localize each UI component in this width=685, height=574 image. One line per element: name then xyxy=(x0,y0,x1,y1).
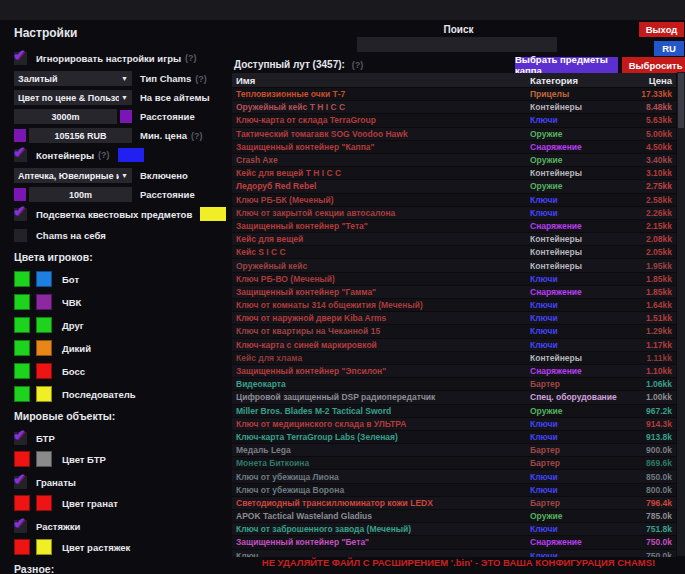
color-swatch-secondary[interactable] xyxy=(36,271,52,287)
table-row[interactable]: Ключ от убежища ВоронаКлючи800.0k xyxy=(232,484,676,497)
table-row[interactable]: ВидеокартаБартер1.06kk xyxy=(232,378,676,391)
tripwires-toggle[interactable]: ✔Растяжки xyxy=(14,518,232,534)
containers-distance-input[interactable]: 100m xyxy=(29,187,132,202)
color-swatch-secondary[interactable] xyxy=(36,386,52,402)
checkbox[interactable]: ✔ xyxy=(14,520,27,533)
scrollbar-thumb[interactable] xyxy=(678,73,684,128)
all-items-mode-select[interactable]: Цвет по цене & Пользователь▼ xyxy=(14,90,132,105)
chams-self-toggle[interactable]: Chams на себя xyxy=(14,227,232,243)
color-swatch-primary[interactable] xyxy=(14,386,30,402)
help-icon[interactable]: (?) xyxy=(195,74,207,84)
color-swatch[interactable] xyxy=(118,148,144,162)
table-row[interactable]: Защищенный контейнер "Бета"Снаряжение750… xyxy=(232,536,676,549)
item-category: Оружие xyxy=(530,181,618,191)
table-row[interactable]: Кейс для вещейКонтейнеры2.08kk xyxy=(232,233,676,246)
color-swatch-primary[interactable] xyxy=(14,539,30,555)
grenades-toggle[interactable]: ✔Гранаты xyxy=(14,474,232,490)
color-swatch-secondary[interactable] xyxy=(36,495,52,511)
table-row[interactable]: Защищенный контейнер "Гамма"Снаряжение1.… xyxy=(232,286,676,299)
select-kappa-items-button[interactable]: Выбрать предметы каппа xyxy=(515,57,618,73)
quest-items-highlight-toggle[interactable]: ✔Подсветка квестовых предметов xyxy=(14,206,232,222)
color-swatch-primary[interactable] xyxy=(14,317,30,333)
table-row[interactable]: Кейс для вещей Т Н I С СКонтейнеры3.10kk xyxy=(232,167,676,180)
table-row[interactable]: Тактический томагавк SOG Voodoo HawkОруж… xyxy=(232,128,676,141)
color-swatch-primary[interactable] xyxy=(14,294,30,310)
table-row[interactable]: Защищенный контейнер "Каппа"Снаряжение4.… xyxy=(232,141,676,154)
table-row[interactable]: Ключ-карта от склада TerraGroupКлючи5.63… xyxy=(232,114,676,127)
table-row[interactable]: Ключ …Ключи750.0k xyxy=(232,550,676,557)
table-row[interactable]: Ключ от квартиры на Чеканной 15Ключи1.29… xyxy=(232,325,676,338)
color-swatch-secondary[interactable] xyxy=(36,294,52,310)
checkbox[interactable] xyxy=(14,229,27,242)
color-swatch[interactable] xyxy=(200,207,226,221)
table-row[interactable]: Ключ от закрытой секции автосалонаКлючи2… xyxy=(232,207,676,220)
table-row[interactable]: Ключ-карта с синей маркировкойКлючи1.17k… xyxy=(232,339,676,352)
table-row[interactable]: Тепловизионные очки Т-7Прицелы17.33kk xyxy=(232,88,676,101)
table-row[interactable]: Ключ от заброшенного завода (Меченый)Клю… xyxy=(232,523,676,536)
language-button[interactable]: RU xyxy=(654,41,684,56)
checkbox[interactable]: ✔ xyxy=(14,432,27,445)
color-swatch-primary[interactable] xyxy=(14,451,30,467)
color-swatch-secondary[interactable] xyxy=(36,539,52,555)
column-header-category[interactable]: Категория xyxy=(530,75,618,86)
color-swatch[interactable] xyxy=(14,129,26,142)
color-swatch-primary[interactable] xyxy=(14,495,30,511)
table-row[interactable]: Ключ РБ-ВО (Меченый)Ключи1.85kk xyxy=(232,273,676,286)
table-row[interactable]: Кейс для хламаКонтейнеры1.11kk xyxy=(232,352,676,365)
color-swatch-primary[interactable] xyxy=(14,271,30,287)
search-input[interactable] xyxy=(357,37,557,52)
color-swatch-secondary[interactable] xyxy=(36,451,52,467)
distance-input[interactable]: 3000m xyxy=(14,109,117,124)
table-row[interactable]: Crash AxeОружие3.40kk xyxy=(232,154,676,167)
item-category: Ключи xyxy=(530,300,618,310)
color-swatch[interactable] xyxy=(14,188,26,201)
checkbox[interactable]: ✔ xyxy=(14,52,27,65)
containers-toggle[interactable]: ✔Контейнеры(?) xyxy=(14,147,232,163)
column-header-name[interactable]: Имя xyxy=(232,75,530,86)
ignore-game-settings[interactable]: ✔Игнорировать настройки игры(?) xyxy=(14,50,232,66)
chams-type-select[interactable]: Залитый▼ xyxy=(14,71,132,86)
checkbox[interactable]: ✔ xyxy=(14,476,27,489)
checkbox[interactable]: ✔ xyxy=(14,208,27,221)
table-row[interactable]: APOK Tactical Wasteland GladiusОружие785… xyxy=(232,510,676,523)
help-icon[interactable]: (?) xyxy=(185,53,197,63)
color-swatch-secondary[interactable] xyxy=(36,340,52,356)
table-scrollbar[interactable] xyxy=(677,72,685,556)
control-label: На все айтемы xyxy=(140,92,210,103)
item-category: Ключи xyxy=(530,313,618,323)
help-icon[interactable]: (?) xyxy=(191,131,203,141)
table-row[interactable]: Ключ от медицинского склада в УЛЬТРАКлюч… xyxy=(232,418,676,431)
table-row[interactable]: Кейс S I C CКонтейнеры2.05kk xyxy=(232,246,676,259)
color-swatch-primary[interactable] xyxy=(14,363,30,379)
table-row[interactable]: Цифровой защищенный DSP радиопередатчикС… xyxy=(232,391,676,404)
color-swatch[interactable] xyxy=(120,110,132,123)
table-row[interactable]: Медаль LegaБартер900.0k xyxy=(232,444,676,457)
color-swatch-secondary[interactable] xyxy=(36,317,52,333)
color-swatch-primary[interactable] xyxy=(14,340,30,356)
table-row[interactable]: Светодиодный трансиллюминатор кожи LEDXБ… xyxy=(232,497,676,510)
item-category: Контейнеры xyxy=(530,353,618,363)
checkbox[interactable]: ✔ xyxy=(14,149,27,162)
table-row[interactable]: Ледоруб Red RebelОружие2.75kk xyxy=(232,180,676,193)
table-row[interactable]: Оружейный кейсКонтейнеры1.95kk xyxy=(232,259,676,272)
color-swatch-secondary[interactable] xyxy=(36,363,52,379)
table-row[interactable]: Оружейный кейс Т Н I С СКонтейнеры8.48kk xyxy=(232,101,676,114)
item-category: Снаряжение xyxy=(530,221,618,231)
checkbox-label: Подсветка квестовых предметов xyxy=(36,209,192,220)
column-header-price[interactable]: Цена xyxy=(618,75,676,86)
table-row[interactable]: Ключ от убежища ЛионаКлючи850.0k xyxy=(232,470,676,483)
table-row[interactable]: Защищенный контейнер "Эпсилон"Снаряжение… xyxy=(232,365,676,378)
table-row[interactable]: Ключ от наружной двери Kiba ArmsКлючи1.5… xyxy=(232,312,676,325)
table-row[interactable]: Ключ РБ-БК (Меченый)Ключи2.58kk xyxy=(232,194,676,207)
drop-all-button[interactable]: Выбросить все xyxy=(622,57,685,73)
table-row[interactable]: Ключ-карта TerraGroup Labs (Зеленая)Ключ… xyxy=(232,431,676,444)
included-categories-select[interactable]: Аптечка, Ювелирные и...▼ xyxy=(14,168,132,183)
table-row[interactable]: Монета БиткоинаБартер869.6k xyxy=(232,457,676,470)
table-row[interactable]: Защищенный контейнер "Тета"Снаряжение2.1… xyxy=(232,220,676,233)
min-price-input[interactable]: 105156 RUB xyxy=(29,128,132,143)
exit-button[interactable]: Выход xyxy=(639,22,684,37)
table-row[interactable]: Ключ от комнаты 314 общежития (Меченый)К… xyxy=(232,299,676,312)
btr-toggle[interactable]: ✔БТР xyxy=(14,430,232,446)
help-icon[interactable]: (?) xyxy=(98,150,110,160)
table-row[interactable]: Miller Bros. Blades M-2 Tactical SwordОр… xyxy=(232,405,676,418)
